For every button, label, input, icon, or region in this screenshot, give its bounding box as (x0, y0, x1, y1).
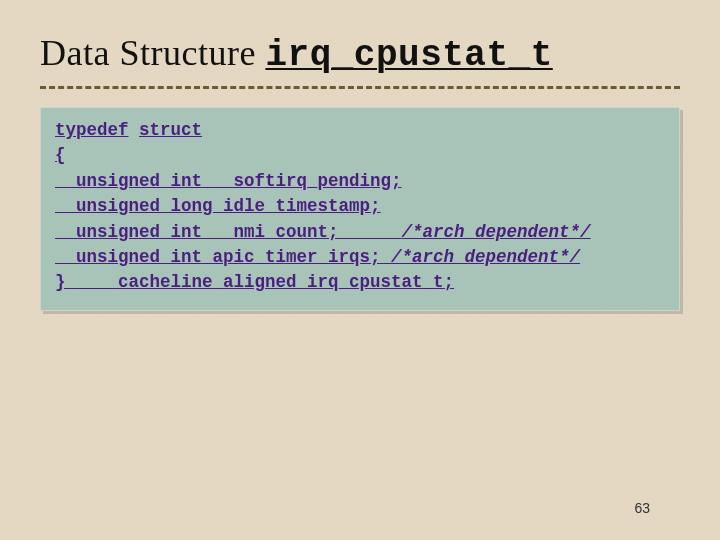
code-line: unsigned int apic_timer_irqs; (55, 247, 391, 267)
code-comment: /*arch dependent*/ (391, 247, 580, 267)
page-number: 63 (634, 500, 650, 516)
code-pre: typedef struct { unsigned int __softirq_… (55, 118, 665, 296)
code-comment: /*arch dependent*/ (402, 222, 591, 242)
code-line: unsigned long idle_timestamp; (55, 196, 381, 216)
title-divider (40, 86, 680, 89)
title-code: irq_cpustat_t (265, 35, 552, 76)
code-line: } ____cacheline_aligned irq_cpustat_t; (55, 272, 454, 292)
code-line: { (55, 145, 66, 165)
slide-title: Data Structure irq_cpustat_t (40, 32, 680, 76)
code-line: unsigned int __nmi_count; (55, 222, 402, 242)
code-line: unsigned int __softirq_pending; (55, 171, 402, 191)
title-text: Data Structure (40, 33, 265, 73)
kw-typedef: typedef (55, 120, 129, 140)
kw-struct: struct (139, 120, 202, 140)
code-block: typedef struct { unsigned int __softirq_… (40, 107, 680, 311)
slide-content: Data Structure irq_cpustat_t typedef str… (0, 0, 720, 311)
